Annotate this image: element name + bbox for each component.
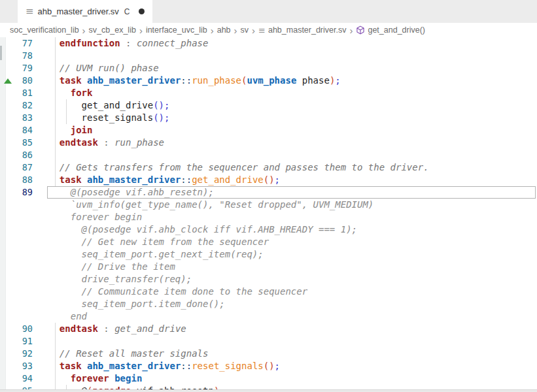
gutter-marker-icon[interactable]: [4, 78, 12, 84]
code-text[interactable]: // UVM run() phase: [48, 62, 159, 74]
line-number[interactable]: 77: [17, 37, 34, 50]
gutter-glyph-margin[interactable]: [0, 186, 17, 199]
code-text[interactable]: @(posedge vif.ahb_clock iff vif.AHB_HREA…: [48, 223, 357, 236]
line-number[interactable]: 91: [17, 335, 34, 348]
line-number[interactable]: 81: [17, 87, 34, 99]
gutter-glyph-margin[interactable]: [0, 74, 17, 87]
gutter-glyph-margin[interactable]: [0, 248, 17, 261]
line-number[interactable]: 85: [17, 137, 34, 149]
code-text[interactable]: task ahb_master_driver::reset_signals();: [48, 360, 280, 372]
breadcrumb-item[interactable]: sv: [241, 25, 249, 35]
line-number[interactable]: [17, 248, 34, 261]
line-number[interactable]: 79: [17, 62, 34, 74]
gutter-glyph-margin[interactable]: [0, 149, 17, 161]
gutter-glyph-margin[interactable]: [0, 211, 17, 223]
line-number[interactable]: [17, 223, 34, 236]
line-number[interactable]: 88: [17, 174, 34, 186]
gutter-glyph-margin[interactable]: [0, 62, 17, 74]
line-number[interactable]: 94: [17, 372, 34, 385]
line-number[interactable]: 82: [17, 99, 34, 112]
line-number[interactable]: 80: [17, 74, 34, 87]
breadcrumb-item[interactable]: interface_uvc_lib: [146, 25, 207, 35]
tab-ahb-master-driver[interactable]: ≡ ahb_master_driver.sv C: [18, 0, 152, 23]
breadcrumb-symbol-label: get_and_drive(): [368, 25, 425, 35]
line-number[interactable]: [17, 286, 34, 298]
line-number[interactable]: [17, 199, 34, 211]
code-text[interactable]: drive_transfer(req);: [48, 273, 192, 286]
code-text[interactable]: `uvm_info(get_type_name(), "Reset droppe…: [48, 199, 373, 211]
code-text[interactable]: endtask : run_phase: [48, 137, 164, 149]
gutter-glyph-margin[interactable]: [0, 273, 17, 286]
indent-guide: [55, 161, 56, 174]
gutter-glyph-margin[interactable]: [0, 99, 17, 112]
gutter-glyph-margin[interactable]: [0, 286, 17, 298]
line-number[interactable]: 89: [17, 186, 34, 199]
gutter-glyph-margin[interactable]: [0, 161, 17, 174]
gutter-glyph-margin[interactable]: [0, 335, 17, 348]
chevron-right-icon: ›: [211, 25, 214, 35]
code-line: 81 fork: [0, 87, 537, 99]
gutter-glyph-margin[interactable]: [0, 112, 17, 124]
code-text[interactable]: // Reset all master signals: [48, 348, 208, 360]
file-lines-icon: ≡: [258, 26, 266, 35]
code-text[interactable]: // Get new item from the sequencer: [48, 236, 269, 248]
breadcrumb-item[interactable]: soc_verification_lib: [10, 25, 79, 35]
code-text[interactable]: endtask : get_and_drive: [48, 323, 186, 335]
code-text[interactable]: task ahb_master_driver::run_phase(uvm_ph…: [48, 74, 341, 87]
code-text[interactable]: seq_item_port.item_done();: [48, 298, 225, 310]
breadcrumb-item[interactable]: ahb: [217, 25, 231, 35]
code-text[interactable]: // Drive the item: [48, 261, 175, 273]
gutter-glyph-margin[interactable]: [0, 37, 17, 50]
line-number[interactable]: [17, 298, 34, 310]
code-line: seq_item_port.get_next_item(req);: [0, 248, 537, 261]
code-text[interactable]: seq_item_port.get_next_item(req);: [48, 248, 264, 261]
code-text[interactable]: task ahb_master_driver::get_and_drive();: [48, 174, 280, 186]
breadcrumb-item[interactable]: sv_cb_ex_lib: [89, 25, 136, 35]
line-number[interactable]: [17, 261, 34, 273]
line-number[interactable]: 93: [17, 360, 34, 372]
gutter-glyph-margin[interactable]: [0, 372, 17, 385]
tab-language-badge: C: [124, 7, 130, 16]
gutter-glyph-margin[interactable]: [0, 298, 17, 310]
breadcrumb-item-symbol[interactable]: get_and_drive(): [356, 25, 425, 35]
line-number[interactable]: 86: [17, 149, 34, 161]
gutter-glyph-margin[interactable]: [0, 348, 17, 360]
gutter-glyph-margin[interactable]: [0, 124, 17, 137]
code-text[interactable]: endfunction : connect_phase: [48, 37, 208, 50]
gutter-glyph-margin[interactable]: [0, 87, 17, 99]
gutter-glyph-margin[interactable]: [0, 199, 17, 211]
line-number[interactable]: [17, 310, 34, 323]
gutter-glyph-margin[interactable]: [0, 223, 17, 236]
line-number[interactable]: [17, 211, 34, 223]
gutter-glyph-margin[interactable]: [0, 174, 17, 186]
gutter-glyph-margin[interactable]: [0, 137, 17, 149]
code-text[interactable]: end: [48, 310, 87, 323]
code-text[interactable]: forever begin: [48, 211, 142, 223]
modified-dot-icon[interactable]: [139, 8, 145, 14]
line-number[interactable]: 83: [17, 112, 34, 124]
line-number[interactable]: 87: [17, 161, 34, 174]
indent-guide: [55, 124, 56, 137]
line-number[interactable]: 92: [17, 348, 34, 360]
line-number[interactable]: 78: [17, 50, 34, 62]
code-text[interactable]: // Gets transfers from the sequencer and…: [48, 161, 429, 174]
line-number[interactable]: 90: [17, 323, 34, 335]
gutter-glyph-margin[interactable]: [0, 261, 17, 273]
breadcrumb-item-file[interactable]: ≡ ahb_master_driver.sv: [258, 25, 346, 35]
gutter-glyph-margin[interactable]: [0, 50, 17, 62]
line-number[interactable]: [17, 273, 34, 286]
indent-guide: [66, 99, 67, 112]
code-line: // Drive the item: [0, 261, 537, 273]
code-text[interactable]: // Communicate item done to the sequence…: [48, 286, 307, 298]
code-line: 90 endtask : get_and_drive: [0, 323, 537, 335]
gutter-glyph-margin[interactable]: [0, 323, 17, 335]
code-editor[interactable]: 77 endfunction : connect_phase7879 // UV…: [0, 37, 537, 392]
gutter-glyph-margin[interactable]: [0, 236, 17, 248]
line-number[interactable]: [17, 236, 34, 248]
code-text[interactable]: @(posedge vif.ahb_resetn);: [48, 186, 214, 199]
gutter-glyph-margin[interactable]: [0, 360, 17, 372]
gutter-glyph-margin[interactable]: [0, 310, 17, 323]
indent-guide: [55, 348, 56, 360]
code-text[interactable]: forever begin: [48, 372, 142, 385]
line-number[interactable]: 84: [17, 124, 34, 137]
